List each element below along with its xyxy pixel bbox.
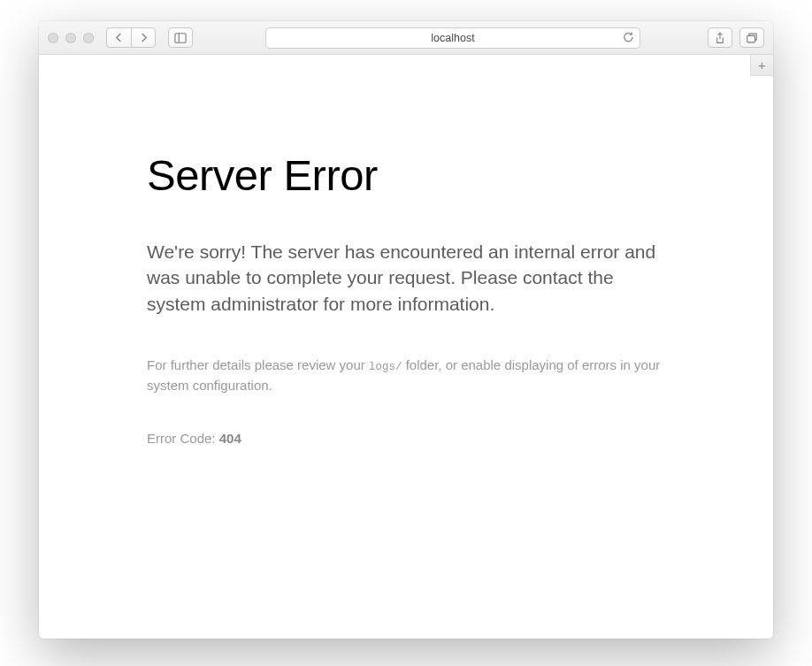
new-tab-button[interactable]: + — [750, 55, 773, 76]
navigation-group — [106, 27, 156, 48]
error-code-value: 404 — [219, 431, 241, 446]
chevron-right-icon — [140, 33, 148, 42]
sidebar-toggle-button[interactable] — [168, 27, 193, 48]
window-controls — [48, 33, 94, 43]
error-code-label: Error Code: — [147, 431, 219, 446]
share-button[interactable] — [708, 27, 732, 48]
address-bar-text: localhost — [431, 32, 474, 44]
reload-icon — [623, 31, 634, 43]
toolbar-right-group — [708, 27, 764, 48]
minimize-window-button[interactable] — [65, 33, 76, 43]
sidebar-icon — [174, 32, 187, 44]
browser-toolbar: localhost — [39, 21, 773, 55]
chevron-left-icon — [115, 33, 123, 42]
share-icon — [714, 32, 726, 44]
forward-button[interactable] — [131, 27, 156, 48]
error-title: Server Error — [147, 152, 665, 200]
error-details-prefix: For further details please review your — [147, 357, 369, 372]
logs-folder-path: logs/ — [369, 361, 402, 373]
error-code-line: Error Code: 404 — [147, 431, 665, 446]
browser-window: localhost — [39, 21, 773, 639]
error-message: We're sorry! The server has encountered … — [147, 239, 665, 317]
address-bar[interactable]: localhost — [265, 27, 640, 49]
plus-icon: + — [758, 57, 766, 73]
error-details: For further details please review your l… — [147, 356, 665, 395]
zoom-window-button[interactable] — [83, 33, 94, 43]
reload-button[interactable] — [623, 31, 634, 45]
page-content: Server Error We're sorry! The server has… — [39, 55, 773, 639]
tabs-overview-button[interactable] — [739, 27, 764, 48]
close-window-button[interactable] — [48, 33, 58, 43]
back-button[interactable] — [106, 27, 131, 48]
tabs-icon — [746, 32, 758, 44]
svg-rect-0 — [175, 33, 186, 42]
svg-rect-3 — [747, 35, 755, 42]
